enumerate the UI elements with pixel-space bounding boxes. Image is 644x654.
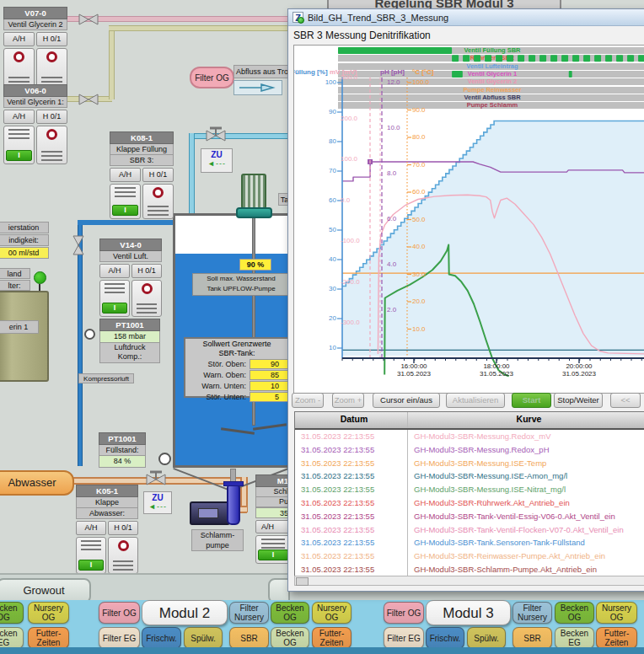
- dosier-value[interactable]: 00 ml/std: [0, 247, 49, 259]
- nav-button-becken-og[interactable]: BeckenOG: [271, 627, 309, 649]
- table-row[interactable]: 31.05.2023 22:13:55GH-Modul3-SBR-Messung…: [295, 430, 644, 443]
- h01-button[interactable]: H 0/1: [36, 110, 67, 124]
- axis-tick-temp: 80.0: [412, 133, 441, 141]
- indicator-tile-on[interactable]: I: [110, 184, 141, 219]
- nav-button-sbr[interactable]: SBR: [229, 627, 269, 649]
- filter-og-pill[interactable]: Filter OG: [190, 67, 234, 88]
- nav-button-futter-zeiten[interactable]: Futter-Zeiten: [312, 627, 352, 649]
- trend-button-stop-weiter[interactable]: Stop/Weiter: [554, 393, 603, 408]
- nav-button-modul-2[interactable]: Modul 2: [142, 600, 228, 625]
- ah-button[interactable]: A/H: [3, 32, 35, 46]
- nav-button-modul-3[interactable]: Modul 3: [426, 600, 511, 625]
- table-row[interactable]: 31.05.2023 22:13:55GH-Modul3-SBR-Schlamm…: [295, 563, 644, 576]
- nav-button-frischw-[interactable]: Frischw.: [426, 627, 464, 649]
- cell-datum: 31.05.2023 22:13:55: [295, 469, 408, 483]
- indicator-tile-off[interactable]: [131, 280, 162, 317]
- table-row[interactable]: 31.05.2023 22:13:55GH-Modul3-SBR-Tank-Ve…: [295, 510, 644, 523]
- trend-button-start[interactable]: Start: [512, 393, 551, 408]
- table-row[interactable]: 31.05.2023 22:13:55GH-Modul3-SBR-Rührwer…: [295, 496, 644, 510]
- device-V14-0-label: Ventil Luft.: [99, 251, 162, 262]
- cell-kurve: GH-Modul3-SBR-Tank-Ventil-Flocken-V07-0.…: [408, 523, 644, 537]
- grenzwert-row: Warn. Oben:85: [185, 370, 288, 380]
- nav-button-futter-zeiten[interactable]: Futter-Zeiten: [28, 627, 69, 649]
- device-label: Füllstand:: [99, 445, 146, 456]
- nav-button-nursery-og[interactable]: NurseryOG: [28, 602, 69, 624]
- nav-button-filter-nursery[interactable]: FilterNursery: [513, 602, 552, 624]
- axis-label-fuellung: Füllung [%]: [293, 68, 328, 76]
- indicator-tile-on[interactable]: I: [99, 280, 130, 317]
- axis-tick-mv: -100.0: [341, 237, 374, 244]
- nav-button-becken-og[interactable]: BeckenOG: [0, 602, 24, 624]
- nav-button-frischw-[interactable]: Frischw.: [142, 627, 181, 649]
- trend-button-aktualisieren[interactable]: Aktualisieren: [446, 393, 505, 408]
- zu-arrow-icon: ◄---: [144, 503, 171, 511]
- curve-table-header: Datum Kurve: [295, 412, 644, 430]
- table-row[interactable]: 31.05.2023 22:13:55GH-Modul3-SBR-Messung…: [295, 443, 644, 457]
- grenzwert-value-field[interactable]: 10: [250, 381, 288, 391]
- device-header: PT1001: [99, 432, 146, 445]
- nav-button-futter-zeiten[interactable]: Futter-Zeiten: [596, 627, 637, 649]
- horizontal-scrollbar[interactable]: [294, 576, 644, 586]
- nav-button-nursery-og[interactable]: NurseryOG: [312, 602, 352, 624]
- pt-circle-icon: [84, 329, 95, 340]
- indicator-tile-on[interactable]: I: [3, 126, 35, 164]
- grenzwert-value-field[interactable]: 85: [250, 370, 288, 380]
- nav-button-becken-eg[interactable]: BeckenEG: [555, 627, 594, 649]
- table-row[interactable]: 31.05.2023 22:13:55GH-Modul3-SBR-Messung…: [295, 469, 644, 483]
- h01-button[interactable]: H 0/1: [142, 168, 174, 182]
- h01-button[interactable]: H 0/1: [36, 32, 67, 46]
- device-K05-1-label: Klappe: [76, 497, 138, 508]
- trend-button-zoom-[interactable]: Zoom -: [292, 393, 324, 408]
- h01-button[interactable]: H 0/1: [108, 521, 138, 535]
- table-row[interactable]: 31.05.2023 22:13:55GH-Modul3-SBR-Tank.Se…: [295, 536, 644, 549]
- grenzwert-value-field[interactable]: 5: [250, 392, 288, 402]
- indicator-tile-on[interactable]: I: [255, 535, 291, 564]
- ah-button[interactable]: A/H: [3, 110, 35, 124]
- ah-button[interactable]: A/H: [255, 520, 291, 533]
- axis-tick-temp: 50.0: [412, 216, 441, 223]
- ah-button[interactable]: A/H: [76, 521, 106, 535]
- ah-button[interactable]: A/H: [99, 264, 130, 278]
- nav-button-filter-nursery[interactable]: FilterNursery: [229, 602, 269, 624]
- trend-window-titlebar[interactable]: Z Bild_GH_Trend_SBR_3_Messung: [288, 9, 644, 26]
- trend-button-cursor-ein-aus[interactable]: Cursor ein/aus: [373, 393, 440, 408]
- nav-button-filter-eg[interactable]: Filter EG: [99, 627, 140, 649]
- device-V06-0: V06-0Ventil Glycerin 1:A/HH 0/1I: [3, 84, 67, 164]
- device-K08-1-buttons: A/HH 0/1: [110, 168, 174, 182]
- table-row[interactable]: 31.05.2023 22:13:55GH-Modul3-SBR-Messung…: [295, 457, 644, 470]
- nav-button-sbr[interactable]: SBR: [513, 627, 552, 649]
- indicator-tile-off[interactable]: [108, 537, 138, 574]
- cell-kurve: GH-Modul3-SBR-Tank-Ventil-Essig-V06-0.Ak…: [408, 510, 644, 523]
- dosier-level1: land: [0, 268, 30, 279]
- table-row[interactable]: 31.05.2023 22:13:55GH-Modul3-SBR-Reinwas…: [295, 549, 644, 563]
- nav-button-sp-lw-[interactable]: Spülw.: [184, 627, 223, 649]
- h01-button[interactable]: H 0/1: [131, 264, 162, 278]
- pipe-fuellung-h: [189, 133, 290, 139]
- nav-button-becken-og[interactable]: BeckenOG: [271, 602, 309, 624]
- table-row[interactable]: 31.05.2023 22:13:55GH-Modul3-SBR-Tank-Ve…: [295, 523, 644, 537]
- nav-button-sp-lw-[interactable]: Spülw.: [467, 627, 506, 649]
- ah-button[interactable]: A/H: [110, 168, 141, 182]
- nav-button-filter-og[interactable]: Filter OG: [384, 602, 424, 624]
- trend-button-zoom-[interactable]: Zoom +: [332, 393, 364, 408]
- nav-button-nursery-og[interactable]: NurseryOG: [596, 602, 637, 624]
- axis-tick-temp: 90.0: [412, 106, 441, 114]
- trend-chart: Ventil Füllung SBRRührwerk SBRVentil Luf…: [293, 45, 644, 394]
- table-row[interactable]: 31.05.2023 22:13:55GH-Modul3-SBR-Messung…: [295, 483, 644, 496]
- grenzwert-value-field[interactable]: 90: [250, 359, 288, 369]
- indicator-tile-off[interactable]: [142, 184, 174, 219]
- scrollbar-left-button[interactable]: [296, 577, 309, 586]
- nav-button-filter-eg[interactable]: Filter EG: [384, 627, 424, 649]
- device-K08-1: K08-1Klappe FüllungSBR 3:A/HH 0/1I: [110, 131, 174, 219]
- axis-tick-fuellung: 100: [311, 78, 336, 86]
- indicator-tile-on[interactable]: I: [76, 537, 106, 574]
- hamburger-icon: [115, 187, 136, 197]
- hamburger-icon: [113, 560, 133, 571]
- trend-button--[interactable]: <<: [610, 393, 641, 408]
- schlamm-pump-icon: [190, 493, 242, 527]
- indicator-tile-off[interactable]: [36, 126, 67, 164]
- device-V07-0-buttons: A/HH 0/1: [3, 32, 67, 46]
- nav-button-becken-eg[interactable]: BeckenEG: [0, 627, 24, 649]
- nav-button-becken-og[interactable]: BeckenOG: [555, 602, 594, 624]
- nav-button-filter-og[interactable]: Filter OG: [99, 602, 140, 624]
